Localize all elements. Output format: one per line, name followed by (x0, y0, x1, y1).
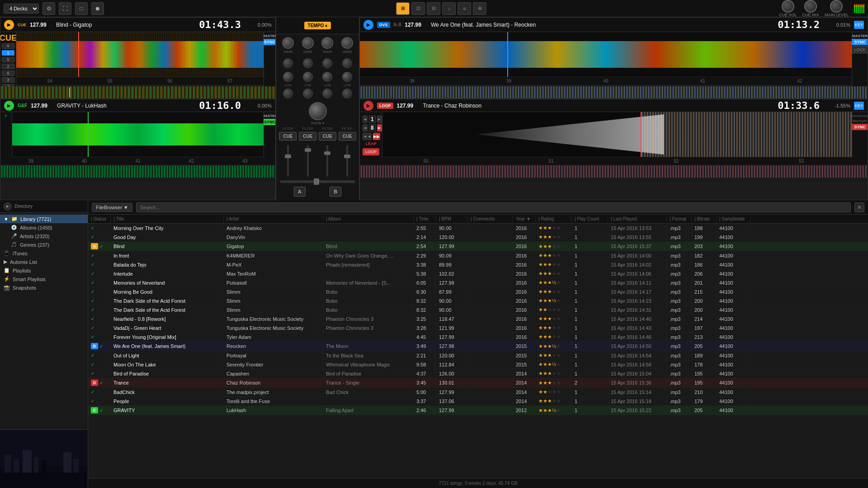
table-row[interactable]: ✓ Nearfield - 0.8 [Rework] Tunguska Elec… (88, 314, 868, 324)
search-close-btn[interactable]: ✕ (854, 202, 864, 212)
gain-knob-4-control[interactable] (341, 37, 353, 49)
eq-mid-4[interactable] (342, 72, 352, 82)
table-row[interactable]: A✓ Blind Gigatop Blind 2:54 127.99 2016 … (88, 242, 868, 251)
loop-set-btn[interactable]: ◄◄ (363, 133, 372, 140)
table-row[interactable]: ✓ Balada do Tejo M-PeX Phado [remastered… (88, 260, 868, 269)
table-row[interactable]: ✓ Out of Light Portrayal To the Black Se… (88, 351, 868, 360)
eq-high-3[interactable] (322, 58, 332, 68)
cue-vol-knob[interactable] (782, 0, 794, 13)
table-row[interactable]: ✓ In front K4MMERER On Why Dark Goes Ora… (88, 251, 868, 260)
col-header-time[interactable]: | Time (414, 215, 436, 223)
a-btn[interactable]: A (294, 187, 306, 197)
sidebar-item-itunes[interactable]: 📱 iTunes (0, 249, 88, 258)
main-mix-knob[interactable] (309, 102, 327, 120)
table-row[interactable]: ✓ Moon On The Lake Serenity Frontier Whi… (88, 360, 868, 369)
eq-high-4[interactable] (342, 58, 352, 68)
snap-icon-btn[interactable]: □ (75, 2, 88, 15)
eq-mid-3[interactable] (322, 72, 332, 82)
gain-knob-2-control[interactable] (302, 37, 314, 49)
mixer-mode-3-btn[interactable]: ⊟ (427, 2, 440, 15)
sidebar-item-playlists[interactable]: 📋 Playlists (0, 266, 88, 275)
sidebar-play-btn[interactable]: ▶ (4, 202, 12, 211)
eq-low-3[interactable] (322, 89, 332, 99)
mixer-cue-2[interactable]: CUE (299, 132, 316, 141)
sidebar-item-automix[interactable]: ▶ Automix List (0, 258, 88, 266)
mixer-mode-1-btn[interactable]: ⊞ (396, 2, 410, 15)
col-header-format[interactable]: | Format (667, 215, 692, 223)
col-header-artist[interactable]: | Artist (224, 215, 323, 223)
gain-knob-3-control[interactable] (321, 37, 333, 49)
table-row[interactable]: ✓ Memories of Neverland Putsasoll Memori… (88, 278, 868, 287)
table-row[interactable]: ✓ VadaDj - Green Heart Tunguska Electron… (88, 324, 868, 333)
table-row[interactable]: ✓ Good Day DanyVin 2:14 120.00 2016 ★★★★… (88, 233, 868, 242)
col-header-playcount[interactable]: | Play Count (572, 215, 608, 223)
cue-mix-knob[interactable] (804, 0, 817, 13)
cue-btn-5[interactable]: 5 (2, 57, 14, 62)
fader-3[interactable] (326, 145, 328, 177)
main-level-knob[interactable] (830, 0, 843, 13)
cue-btn-3[interactable]: 3 (2, 77, 14, 83)
fader-4[interactable] (346, 145, 348, 177)
eq-high-2[interactable] (303, 58, 313, 68)
eq-mid-2[interactable] (303, 72, 313, 82)
eq-low-2[interactable] (303, 89, 313, 99)
loop-inc-btn[interactable]: ► (377, 116, 382, 123)
col-header-rating[interactable]: | Rating (536, 215, 572, 223)
tempo-btn[interactable]: TEMPO ♦ (304, 22, 331, 29)
deck-a-play-btn[interactable]: ▶ (4, 20, 14, 30)
table-row[interactable]: ✓ The Dark Side of the Acid Forest Slimm… (88, 305, 868, 314)
col-header-bpm[interactable]: | BPM (436, 215, 468, 223)
deck-d-play-btn[interactable]: ▶ (363, 101, 373, 111)
table-row[interactable]: ✓ Morning Be Good Slimm Bobo 6:30 87.99 … (88, 287, 868, 296)
sidebar-item-snapshots[interactable]: 📸 Snapshots (0, 283, 88, 292)
mixer-mode-4-btn[interactable]: ♪ (442, 2, 456, 15)
table-row[interactable]: D✓ Trance Chaz Robinson Trance - Single … (88, 378, 868, 388)
mixer-mode-2-btn[interactable]: ⊡ (411, 2, 425, 15)
table-row[interactable]: ✓ BadChick The.madpix.project Bad Chick … (88, 388, 868, 397)
b-btn[interactable]: B (330, 187, 341, 197)
table-row[interactable]: C✓ GRAVITY LukHash Falling Apart 2:46 12… (88, 406, 868, 415)
table-row[interactable]: B✓ We Are One (feat. James Smart) Reocke… (88, 342, 868, 351)
gain-knob-1-control[interactable] (282, 37, 294, 49)
col-header-lastplayed[interactable]: | Last Played (608, 215, 667, 223)
deck-b-play-btn[interactable]: ▶ (363, 20, 373, 30)
settings-icon-btn[interactable]: ⚙ (42, 2, 55, 15)
crossfader[interactable] (280, 180, 355, 183)
sidebar-item-library[interactable]: ▼ 📁 Library (7721) (0, 215, 88, 223)
deck-d-sync-btn[interactable]: SYNC (851, 124, 868, 130)
table-row[interactable]: ✓ Morning Over The City Andrey Khatsko 2… (88, 224, 868, 233)
cue-btn-x[interactable]: ✕ (2, 43, 14, 49)
deck-b-lock-btn[interactable]: LOCK (852, 46, 868, 53)
eq-high-1[interactable] (283, 58, 293, 68)
deck-d-key-btn[interactable]: KEY (854, 102, 864, 110)
fader-1[interactable] (287, 145, 289, 177)
col-header-year[interactable]: Year ▼ (513, 215, 536, 223)
deck-c-play-btn[interactable]: ▶ (4, 101, 14, 111)
deck-b-sync-btn[interactable]: SYNC (851, 39, 868, 45)
cue-btn-6[interactable]: 6 (2, 70, 14, 76)
mixer-cue-4[interactable]: CUE (339, 132, 356, 141)
col-header-album[interactable]: | Album (323, 215, 414, 223)
col-header-comments[interactable]: | Comments (468, 215, 513, 223)
loop-active-btn[interactable]: ▶▶ (373, 133, 380, 140)
table-row[interactable]: ✓ Forever Young [Original Mix] Tyler Ada… (88, 333, 868, 342)
eq-low-4[interactable] (342, 89, 352, 99)
loop-out-btn[interactable]: ► (377, 124, 382, 131)
eq-low-1[interactable] (283, 89, 293, 99)
cue-btn-2[interactable]: 2 (2, 64, 14, 69)
loop-dec-btn[interactable]: ◄ (363, 116, 368, 123)
sidebar-item-smart-playlists[interactable]: ⚡ Smart Playlists (0, 275, 88, 283)
mixer-mode-5-btn[interactable]: ≡ (458, 2, 471, 15)
eq-mid-1[interactable] (283, 72, 293, 82)
loop-loop-btn[interactable]: LOOP (363, 148, 379, 155)
fader-2[interactable] (307, 145, 309, 177)
loop-in-btn[interactable]: ◄ (363, 124, 368, 131)
cue-btn-1[interactable]: 1 (2, 50, 14, 56)
col-header-status[interactable]: | Status (88, 215, 111, 223)
fullscreen-icon-btn[interactable]: ⛶ (59, 2, 71, 15)
sidebar-item-artists[interactable]: 🎤 Artists (2320) (0, 232, 88, 240)
mixer-cue-1[interactable]: CUE (279, 132, 297, 141)
col-header-samplerate[interactable]: | Samplerate (717, 215, 750, 223)
search-input[interactable] (136, 202, 851, 212)
deck-selector-dropdown[interactable]: 4 Decks (4, 4, 39, 14)
